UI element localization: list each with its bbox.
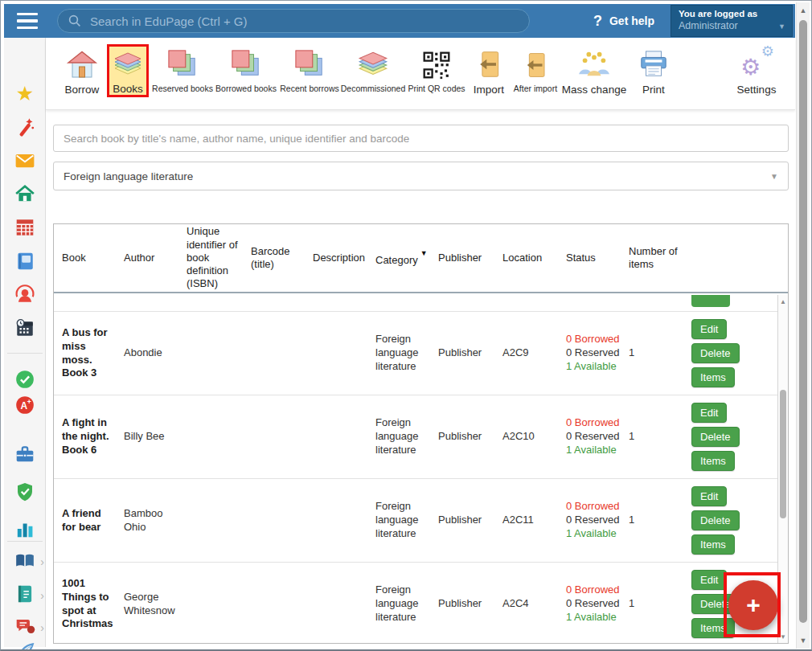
global-search-input[interactable] — [82, 14, 529, 28]
column-header-category[interactable]: Category▼ — [375, 249, 438, 267]
column-header-isbn[interactable]: Unique identifier of book definition (IS… — [187, 225, 251, 290]
delete-button[interactable]: Delete — [691, 343, 740, 363]
column-header-location[interactable]: Location — [502, 252, 566, 264]
items-button[interactable]: Items — [691, 367, 735, 387]
column-header-author[interactable]: Author — [124, 252, 187, 264]
shield-check-icon[interactable] — [14, 481, 36, 503]
book-author: George Whitesnow — [124, 591, 187, 618]
toolbar-item-recent-borrows[interactable]: Recent borrows — [279, 44, 340, 93]
table-body: A bus for miss moss. Book 3 Abondie Fore… — [54, 295, 779, 643]
items-button[interactable]: Items — [691, 451, 735, 471]
book-status: 0 Borrowed 0 Reserved 1 Available — [566, 500, 629, 541]
check-badge-icon[interactable] — [14, 368, 36, 391]
clipped-items-button — [691, 295, 730, 307]
table-scrollbar-thumb[interactable] — [780, 390, 786, 518]
import-arrow-icon — [522, 44, 549, 80]
toolbar-item-borrow[interactable]: Borrow — [57, 44, 107, 96]
toolbar-item-books-active[interactable]: Books — [107, 44, 149, 97]
toolbar-item-settings[interactable]: ⚙⚙ Settings — [733, 44, 780, 96]
book-search-input[interactable] — [54, 133, 788, 145]
clipped-row-above — [54, 295, 779, 311]
notebook-icon[interactable] — [14, 250, 36, 272]
hamburger-menu-icon[interactable] — [14, 9, 46, 33]
library-book-icon[interactable]: › — [14, 549, 36, 571]
edit-button[interactable]: Edit — [691, 319, 727, 339]
status-reserved: 0 Reserved — [566, 514, 622, 527]
toolbar-item-decommissioned[interactable]: Decommissioned — [340, 44, 406, 93]
svg-text:+: + — [27, 398, 31, 406]
envelope-icon[interactable] — [14, 149, 36, 172]
toolbar-item-print-qr-codes[interactable]: Print QR codes — [404, 44, 469, 93]
scroll-down-arrow-icon[interactable]: ▼ — [778, 633, 788, 641]
toolbar-item-borrowed-books[interactable]: Borrowed books — [213, 44, 279, 93]
page-scrollbar-thumb[interactable] — [799, 20, 807, 623]
get-help-button[interactable]: ? Get help — [593, 13, 654, 30]
delete-button[interactable]: Delete — [691, 510, 740, 530]
chat-bubbles-icon[interactable]: › — [14, 615, 36, 637]
book-item-count: 1 — [629, 514, 689, 527]
edit-button[interactable]: Edit — [691, 570, 727, 590]
book-author: Billy Bee — [124, 430, 187, 444]
delete-button[interactable]: Delete — [691, 427, 740, 447]
star-icon[interactable]: ★ — [14, 82, 36, 104]
table-row: A fight in the night. Book 6 Billy Bee F… — [54, 395, 779, 478]
book-publisher: Publisher — [438, 430, 502, 444]
books-table: Book Author Unique identifier of book de… — [53, 223, 789, 644]
people-group-icon — [577, 44, 611, 80]
edit-button[interactable]: Edit — [691, 403, 727, 423]
logged-as-label: You are logged as — [679, 9, 785, 18]
submenu-chevron-icon: › — [40, 555, 44, 568]
toolbar-item-after-import[interactable]: After import — [511, 44, 560, 93]
user-menu[interactable]: You are logged as Administrator ▼ — [671, 5, 793, 37]
book-title: A friend for bear — [62, 507, 124, 534]
import-arrow-icon — [474, 44, 503, 80]
book-item-count: 1 — [629, 597, 689, 611]
gears-icon: ⚙⚙ — [739, 44, 774, 80]
get-help-label: Get help — [609, 14, 654, 27]
column-header-status[interactable]: Status — [566, 252, 629, 264]
book-location: A2C10 — [502, 430, 566, 444]
quill-pen-icon[interactable] — [14, 640, 36, 651]
briefcase-icon[interactable] — [14, 443, 36, 465]
home-icon[interactable] — [14, 182, 36, 205]
book-category: Foreign language literature — [375, 333, 438, 374]
top-bar: ? Get help You are logged as Administrat… — [4, 4, 795, 38]
column-header-book[interactable]: Book — [62, 252, 124, 264]
qr-code-icon — [422, 44, 451, 80]
table-scrollbar[interactable]: ▲ ▼ — [777, 295, 788, 643]
book-stack-icon — [112, 49, 144, 79]
column-header-description[interactable]: Description — [313, 252, 375, 264]
column-header-barcode[interactable]: Barcode (title) — [251, 245, 313, 272]
teaching-document-icon[interactable]: › — [14, 583, 36, 605]
book-title: A fight in the night. Book 6 — [62, 416, 124, 457]
toolbar-item-import[interactable]: Import — [469, 44, 509, 96]
toolbar-item-reserved-books[interactable]: Reserved books — [150, 44, 215, 93]
toolbar-item-mass-change[interactable]: Mass change — [562, 44, 626, 96]
edit-button[interactable]: Edit — [691, 486, 727, 506]
stacked-squares-icon — [231, 44, 261, 80]
page-scrollbar[interactable]: ▲ ▼ — [796, 2, 810, 649]
add-book-button[interactable]: + — [728, 580, 778, 630]
book-location: A2C9 — [502, 346, 566, 360]
items-button[interactable]: Items — [691, 618, 735, 638]
column-header-publisher[interactable]: Publisher — [438, 252, 502, 264]
book-location: A2C4 — [502, 597, 566, 611]
timetable-grid-icon[interactable] — [14, 216, 36, 239]
calendar-clock-icon[interactable] — [14, 317, 36, 339]
bar-chart-icon[interactable] — [14, 518, 36, 540]
grade-a-plus-icon[interactable]: A+ — [14, 394, 36, 416]
stacked-squares-icon — [294, 44, 325, 80]
scroll-up-arrow-icon[interactable]: ▲ — [797, 6, 810, 14]
global-search[interactable] — [57, 9, 530, 33]
items-button[interactable]: Items — [691, 534, 735, 555]
category-select[interactable]: Foreign language literature ▼ — [53, 162, 789, 190]
user-ring-icon[interactable] — [14, 283, 36, 305]
sidebar-divider — [7, 541, 43, 542]
status-available: 1 Available — [566, 360, 622, 374]
column-header-number-of-items[interactable]: Number of items — [629, 245, 689, 272]
scroll-up-arrow-icon[interactable]: ▲ — [778, 298, 788, 305]
submenu-chevron-icon: › — [40, 621, 44, 634]
magic-wand-icon[interactable] — [14, 116, 36, 138]
toolbar-item-print[interactable]: Print — [636, 44, 671, 96]
scroll-down-arrow-icon[interactable]: ▼ — [797, 637, 810, 645]
